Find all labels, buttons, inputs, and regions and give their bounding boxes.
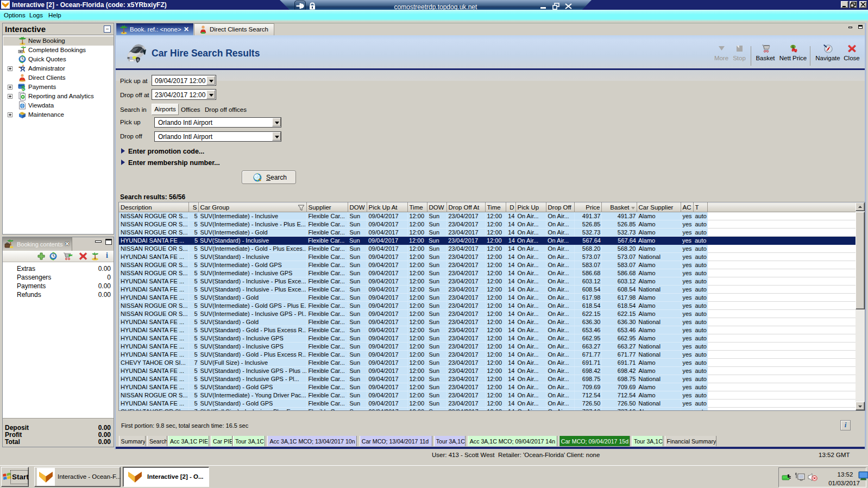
svg-text:$: $	[22, 85, 26, 92]
